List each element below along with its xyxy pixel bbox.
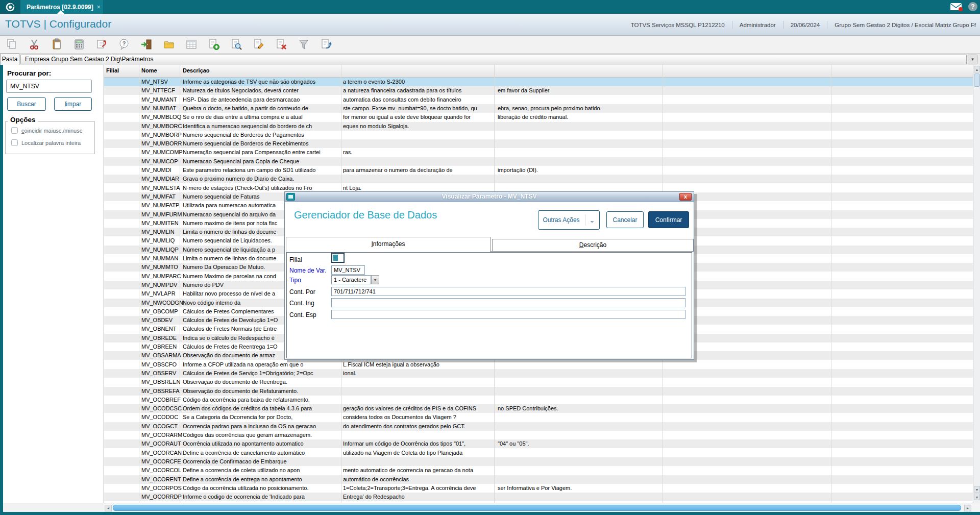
outras-acoes-button[interactable]: Outras Ações ⌄ [538,210,600,230]
tab-close-icon[interactable]: × [97,4,101,11]
table-row[interactable]: MV_OCOBREFCódigo da ocorrência para baix… [104,396,973,404]
match-case-checkbox[interactable] [11,127,18,134]
descricao-cell-2: nt Loja. [343,185,361,191]
table-row[interactable]: MV_OBSCFOInforme a CFOP utilizada na ope… [104,360,973,369]
table-row[interactable]: MV_OBSERVCálculos de Fretes de Serviço 1… [104,369,973,378]
search-input[interactable]: MV_NTSV [6,80,92,93]
totvs-logo[interactable] [0,0,20,14]
breadcrumb-dropdown-button[interactable]: ▼ [968,55,977,64]
descricao-cell-2: 1=Coleta;2=Transporte;3=Entrega. A ocorr… [343,485,476,491]
nome-cell: MV_NUMDIAR [141,176,179,182]
descricao-cell-1: Ordem dos códigos de créditos da tabela … [183,405,312,411]
tab-parametros-label: Parâmetros [02.9.0099] [27,4,93,11]
dialog-title-bar[interactable]: Visualizar Parametro - MV_NTSV [285,192,694,202]
table-row[interactable]: MV_OCORCFEOcorrencia de Confirmacao de E… [104,457,973,466]
filial-input[interactable] [331,253,345,263]
table-row[interactable]: MV_NUMBORPNumero sequencial de Borderos … [104,131,973,139]
limpar-button[interactable]: limpar [54,97,92,111]
table-row[interactable]: MV_OCODOCSe a Categoria da Ocorrencia fo… [104,413,973,422]
descricao-cell-2: a terem o evento S-2300 [343,79,405,85]
table-row[interactable]: MV_OCORARMCódigos das ocorrências que ge… [104,431,973,439]
cont-esp-input[interactable] [331,310,685,319]
scroll-left-icon[interactable]: ◄ [105,505,112,511]
descricao-cell-1: Natureza de títulos Negociados, deverá c… [183,87,299,93]
browse-grid-icon[interactable] [185,38,198,51]
table-row[interactable]: MV_NUMCOMPNumeração sequencial para Comp… [104,148,973,157]
tipo-select[interactable]: 1 - Caractere [331,275,371,284]
tab-pasta[interactable]: Pasta [0,54,19,65]
cont-ing-input[interactable] [331,298,685,307]
nome-cell: MV_OCORCOL [141,467,181,473]
view-document-icon[interactable] [230,38,243,51]
paste-icon[interactable] [50,38,63,51]
table-row[interactable]: MV_OBSREENObservação do documento de Ree… [104,378,973,386]
table-row[interactable]: MV_OCORCANDefine a ocorrência de cancela… [104,449,973,457]
dialog-close-button[interactable]: x [679,193,692,201]
open-folder-icon[interactable] [162,38,176,51]
table-row[interactable]: MV_NTSVInforme as categorias de TSV que … [104,78,973,86]
table-row[interactable]: MV_NUMCOPNumeracao Sequencial para Copia… [104,157,973,166]
table-row[interactable]: MV_OCORCOLDefine a ocorrencia de coleta … [104,466,973,475]
whole-word-checkbox[interactable] [11,139,18,146]
nome-cell: MV_OCORCFE [141,458,181,464]
cont-por-input[interactable]: 701/711/712/741 [331,287,685,296]
table-row[interactable]: MV_OCORENTDefine a ocorrência de entrega… [104,475,973,484]
vertical-scrollbar[interactable]: ▲ ▼ ▼ [973,65,980,503]
table-row[interactable]: MV_NUMBORRNumero sequencial de Borderos … [104,139,973,148]
table-row[interactable]: MV_NUMANTHSP- Dias de antecedencia para … [104,95,973,104]
nome-cell: MV_NUMLIN [141,229,175,235]
cut-icon[interactable] [28,38,41,51]
table-row[interactable]: MV_OCORRDPInforme o codigo de ocorrencia… [104,493,973,501]
descricao-cell-2: geração dos valores de créditos de PIS e… [343,405,476,411]
col-descricao[interactable]: Descriçao [183,67,210,73]
scroll-down-icon[interactable]: ▼ [974,486,980,493]
table-row[interactable]: MV_OCODCSCOrdem dos códigos de créditos … [104,404,973,413]
table-row[interactable]: MV_NUMBORCIdentifica a numeracao sequenc… [104,122,973,131]
help-balloon-icon[interactable]: ? [117,38,131,51]
nome-cell: MV_OCOBREF [141,397,181,403]
copy-document-icon[interactable] [320,38,333,51]
print-icon[interactable] [95,38,108,51]
scroll-up-icon[interactable]: ▲ [974,66,980,72]
table-row[interactable]: MV_OCOGCTOcorrencia padrao para a inclus… [104,422,973,431]
table-row[interactable]: MV_OCORAUTOcorrência utilizada no aponta… [104,439,973,448]
descricao-cell-1: Cálculos de Fretes Complementares [183,308,274,314]
horizontal-scrollbar[interactable]: ◄ ► [104,503,980,512]
help-icon[interactable]: ? [968,2,977,11]
search-sidebar: Procurar por: MV_NTSV Buscar limpar Opçõ… [3,65,104,503]
tab-informacoes[interactable]: Informações [286,237,491,252]
nome-cell: MV_OBDEV [141,317,173,323]
edit-document-icon[interactable] [252,38,265,51]
cancelar-button[interactable]: Cancelar [606,211,644,228]
current-date: 20/06/2024 [791,22,820,28]
col-nome[interactable]: Nome [141,67,157,73]
mail-icon[interactable] [949,2,964,12]
divider [585,214,585,226]
table-row[interactable]: MV_NUMDIEste parametro relaciona um camp… [104,166,973,175]
delete-document-icon[interactable] [275,38,288,51]
table-row[interactable]: MV_OBSREFAObservação do documento de Ref… [104,387,973,396]
filter-icon[interactable] [297,38,310,51]
descricao-cell-1: Observação do documento de armaz [183,352,275,358]
tipo-dropdown-icon[interactable]: ▼ [371,275,379,284]
col-filial[interactable]: Filial [106,67,119,73]
table-row[interactable]: MV_NUMBLOQSe o nro de dias entre a ultim… [104,113,973,121]
table-row[interactable]: MV_NTTECFNatureza de títulos Negociados,… [104,86,973,95]
calculator-icon[interactable] [72,38,86,51]
nome-var-input[interactable]: MV_NTSV [331,265,365,275]
table-row[interactable]: MV_NUMBATQuebra o docto, se batido, a pa… [104,104,973,113]
descricao-cell-2: eques no modulo Sigaloja. [343,123,409,129]
scroll-right-icon[interactable]: ► [964,505,971,511]
buscar-button[interactable]: Buscar [7,97,46,111]
vertical-scroll-thumb[interactable] [974,73,980,87]
scroll-down-page-icon[interactable]: ▼ [974,494,980,500]
tab-descricao[interactable]: Descrição [492,239,694,251]
add-document-icon[interactable] [207,38,220,51]
exit-icon[interactable] [140,38,153,51]
table-row[interactable]: MV_OCORPOSCódigo da ocorrência utilizada… [104,484,973,493]
descricao-cell-1: Ocorrência utilizada no apontamento auto… [183,440,304,447]
copy-icon[interactable] [5,38,18,51]
horizontal-scroll-thumb[interactable] [113,505,961,511]
confirmar-button[interactable]: Confirmar [648,211,689,228]
table-row[interactable]: MV_NUMDIARGrava o proximo numero do Diar… [104,175,973,183]
